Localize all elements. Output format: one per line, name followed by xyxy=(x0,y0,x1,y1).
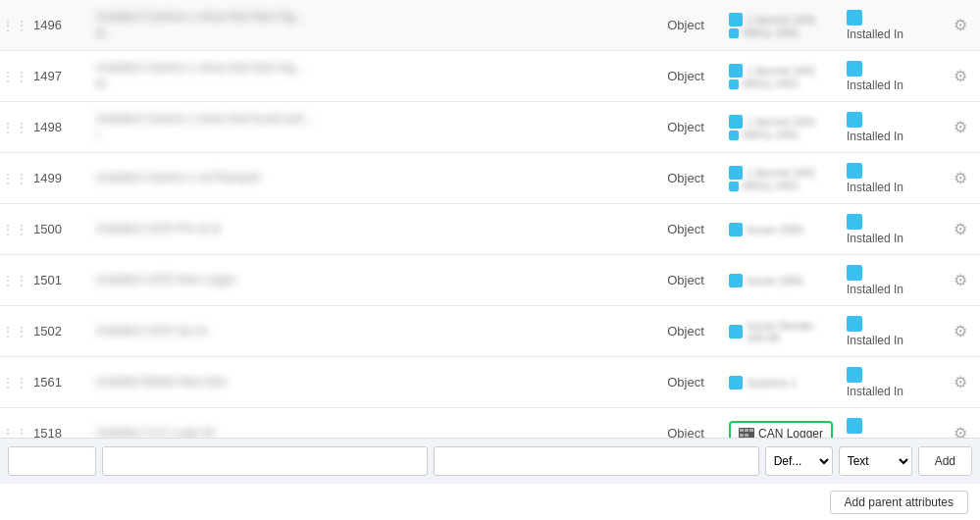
status-icon xyxy=(847,163,862,179)
footer-input-3[interactable] xyxy=(434,446,759,476)
row-action[interactable]: ⚙ xyxy=(941,322,980,340)
gear-icon[interactable]: ⚙ xyxy=(954,169,967,187)
row-action[interactable]: ⚙ xyxy=(941,373,980,391)
drag-handle[interactable]: ⋮⋮ xyxy=(0,273,29,288)
drag-icon: ⋮⋮ xyxy=(1,18,28,33)
gear-icon[interactable]: ⚙ xyxy=(954,373,967,391)
gear-icon[interactable]: ⚙ xyxy=(954,271,967,289)
status-label: Installed In xyxy=(847,334,903,347)
relation-icon xyxy=(729,325,743,338)
footer-add-row: DefaultDef... TextNumberBoolean Add xyxy=(0,438,980,483)
relation-badge-2: 0001y 1001 xyxy=(729,129,799,140)
row-id: 1497 xyxy=(29,69,88,83)
table-body: ⋮⋮1496Installed Camera 1 show that Next … xyxy=(0,0,980,438)
relation-text-2: 0001y 1001 xyxy=(743,180,799,191)
table-row: ⋮⋮1496Installed Camera 1 show that Next … xyxy=(0,0,980,51)
drag-handle[interactable]: ⋮⋮ xyxy=(0,120,29,135)
status-icon xyxy=(847,265,862,281)
status-icon xyxy=(847,418,862,434)
drag-icon: ⋮⋮ xyxy=(1,222,28,237)
main-table: ⋮⋮1496Installed Camera 1 show that Next … xyxy=(0,0,980,520)
drag-handle[interactable]: ⋮⋮ xyxy=(0,222,29,237)
row-relation: 1 blurred 1001 0001y 1001 xyxy=(725,64,843,89)
relation-badge: house 2056 xyxy=(729,274,803,287)
footer-input-2[interactable] xyxy=(102,446,428,476)
status-icon xyxy=(847,316,862,332)
drag-handle[interactable]: ⋮⋮ xyxy=(0,324,29,339)
row-action[interactable]: ⚙ xyxy=(941,169,980,187)
action-bar: Add parent attributes xyxy=(0,483,980,520)
drag-handle[interactable]: ⋮⋮ xyxy=(0,69,29,84)
row-status: Installed In xyxy=(843,10,941,41)
gear-icon[interactable]: ⚙ xyxy=(954,67,967,85)
row-action[interactable]: ⚙ xyxy=(941,67,980,85)
footer-add-button[interactable]: Add xyxy=(918,446,972,476)
relation-badge-2: 0001y 1001 xyxy=(729,180,799,191)
row-name: Installed Camera 1 show that Next Ng...t… xyxy=(88,9,646,42)
row-action[interactable]: ⚙ xyxy=(941,220,980,238)
table-row: ⋮⋮1561Installed Media New itemObject Sys… xyxy=(0,357,980,408)
relation-text-1: 1 blurred 1001 xyxy=(747,116,816,128)
status-icon xyxy=(847,61,862,77)
row-relation: house 2056 xyxy=(725,223,843,236)
row-relation: Systems 1 xyxy=(725,376,843,390)
status-label: Installed In xyxy=(847,232,903,245)
row-status: Installed In xyxy=(843,316,941,347)
row-type: Object xyxy=(646,273,725,287)
footer-select-format[interactable]: TextNumberBoolean xyxy=(839,446,912,476)
gear-icon[interactable]: ⚙ xyxy=(954,118,967,136)
relation-badge: 1 blurred 1001 xyxy=(729,115,816,129)
drag-icon: ⋮⋮ xyxy=(1,69,28,84)
status-icon xyxy=(847,367,862,383)
row-name-text: Installed Camera 1 show that found pull.… xyxy=(96,111,313,144)
row-relation: 1 blurred 1001 0001y 1001 xyxy=(725,115,843,140)
row-relation: house Render 100.00 xyxy=(725,320,843,343)
status-label: Installed In xyxy=(847,130,903,143)
row-action[interactable]: ⚙ xyxy=(941,16,980,34)
row-action[interactable]: ⚙ xyxy=(941,118,980,136)
row-name-text: Installed LVDS Up on xyxy=(96,323,208,339)
row-action[interactable]: ⚙ xyxy=(941,271,980,289)
gear-icon[interactable]: ⚙ xyxy=(954,220,967,238)
row-name-text: Installed Camera 1 show that Next Ng...t… xyxy=(96,9,304,42)
row-name-text: Installed LVDS Pre at al xyxy=(96,221,221,237)
table-row: ⋮⋮1501Installed LVDS New LoganObject hou… xyxy=(0,255,980,306)
relation-icon xyxy=(729,166,743,180)
add-parent-attributes-button[interactable]: Add parent attributes xyxy=(830,491,968,514)
drag-icon: ⋮⋮ xyxy=(1,120,28,135)
table-row: ⋮⋮1498Installed Camera 1 show that found… xyxy=(0,102,980,153)
status-label: Installed In xyxy=(847,181,903,194)
relation-icon-2 xyxy=(729,130,739,140)
table-row: ⋮⋮1502Installed LVDS Up onObject house R… xyxy=(0,306,980,357)
status-label: Installed In xyxy=(847,283,903,296)
drag-handle[interactable]: ⋮⋮ xyxy=(0,426,29,439)
drag-handle[interactable]: ⋮⋮ xyxy=(0,171,29,186)
row-name-text: Installed Camera 1 show that Next Ng...t… xyxy=(96,60,304,93)
gear-icon[interactable]: ⚙ xyxy=(954,322,967,340)
relation-badge: house 2056 xyxy=(729,223,803,236)
footer-input-1[interactable] xyxy=(8,446,96,476)
relation-text-1: house 2056 xyxy=(747,224,803,235)
relation-icon-2 xyxy=(729,28,739,38)
row-type: Object xyxy=(646,222,725,236)
row-name: Installed LVDS Up on xyxy=(88,323,646,339)
gear-icon[interactable]: ⚙ xyxy=(954,16,967,34)
row-status: Installed In xyxy=(843,163,941,194)
row-id: 1501 xyxy=(29,273,88,287)
row-name-text: Installed Camera 1 ref Rampart xyxy=(96,170,260,186)
row-type: Object xyxy=(646,69,725,83)
row-type: Object xyxy=(646,324,725,338)
drag-icon: ⋮⋮ xyxy=(1,171,28,186)
drag-handle[interactable]: ⋮⋮ xyxy=(0,375,29,390)
row-action[interactable]: ⚙ xyxy=(941,424,980,438)
drag-handle[interactable]: ⋮⋮ xyxy=(0,18,29,33)
row-name: Installed LVDS Pre at al xyxy=(88,221,646,237)
row-status: Installed In xyxy=(843,418,941,439)
status-label: Installed In xyxy=(847,385,903,398)
svg-rect-4 xyxy=(740,434,744,437)
svg-rect-2 xyxy=(745,429,748,432)
footer-select-type[interactable]: DefaultDef... xyxy=(765,446,833,476)
gear-icon[interactable]: ⚙ xyxy=(954,424,967,438)
can-logger-badge: CAN Logger xyxy=(729,421,833,439)
row-status: Installed In xyxy=(843,112,941,143)
